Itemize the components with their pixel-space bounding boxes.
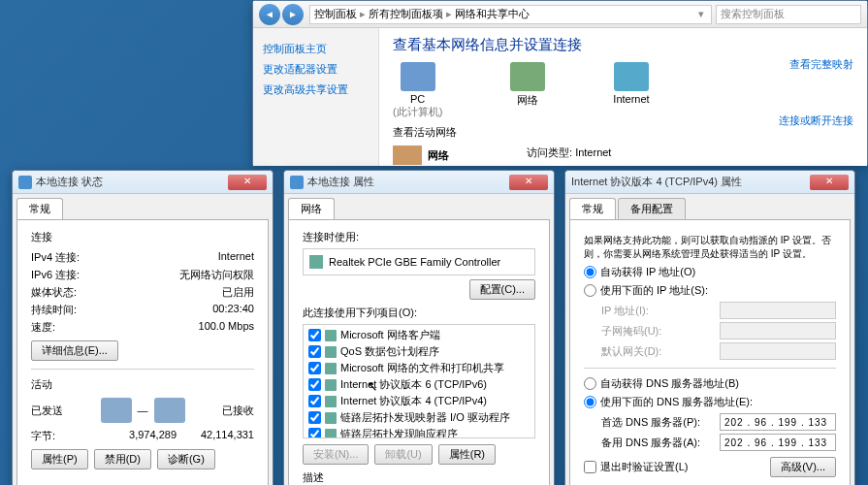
install-button[interactable]: 安装(N)... <box>303 444 369 465</box>
forward-button[interactable]: ► <box>282 4 304 25</box>
back-button[interactable]: ◄ <box>259 4 280 25</box>
page-title: 查看基本网络信息并设置连接 <box>393 36 853 54</box>
globe-icon <box>614 62 649 91</box>
close-button[interactable]: ✕ <box>509 175 548 190</box>
network-items-list[interactable]: Microsoft 网络客户端QoS 数据包计划程序Microsoft 网络的文… <box>303 324 535 438</box>
item-checkbox[interactable] <box>308 395 321 407</box>
connection-icon <box>18 176 32 189</box>
list-item[interactable]: QoS 数据包计划程序 <box>305 343 532 360</box>
list-item[interactable]: 链路层拓扑发现映射器 I/O 驱动程序 <box>305 409 532 426</box>
control-panel-sidebar: 控制面板主页 更改适配器设置 更改高级共享设置 <box>253 28 379 166</box>
net-node-pc: PC(此计算机) <box>393 62 442 119</box>
list-item[interactable]: Internet 协议版本 4 (TCP/IPv4) <box>305 393 532 409</box>
item-properties-button[interactable]: 属性(R) <box>438 444 496 465</box>
manual-dns-radio[interactable] <box>584 396 596 408</box>
alternate-dns-input[interactable]: 202 . 96 . 199 . 133 <box>720 434 836 451</box>
diagnose-button[interactable]: 诊断(G) <box>157 449 215 469</box>
control-panel-main: 查看基本网络信息并设置连接 查看完整映射 PC(此计算机) 网络 Interne… <box>379 28 867 166</box>
sidebar-adapter[interactable]: 更改适配器设置 <box>263 62 369 77</box>
tab-general[interactable]: 常规 <box>569 198 616 219</box>
component-icon <box>325 412 337 424</box>
component-icon <box>325 346 337 358</box>
gateway-input <box>720 342 836 360</box>
close-button[interactable]: ✕ <box>228 175 267 190</box>
item-checkbox[interactable] <box>308 362 321 374</box>
item-checkbox[interactable] <box>308 329 321 341</box>
connection-status-dialog: 本地连接 状态 ✕ 常规 连接 IPv4 连接:Internet IPv6 连接… <box>12 170 273 485</box>
control-panel-window: ◄ ► 控制面板▸ 所有控制面板项▸ 网络和共享中心 ▾ 搜索控制面板 控制面板… <box>252 0 868 165</box>
breadcrumb[interactable]: 控制面板▸ 所有控制面板项▸ 网络和共享中心 ▾ <box>309 5 712 24</box>
titlebar[interactable]: Internet 协议版本 4 (TCP/IPv4) 属性 ✕ <box>565 171 854 194</box>
item-checkbox[interactable] <box>308 378 321 391</box>
uninstall-button[interactable]: 卸载(U) <box>374 444 432 465</box>
description-label: 描述 <box>303 470 535 485</box>
details-button[interactable]: 详细信息(E)... <box>31 340 118 361</box>
tab-network[interactable]: 网络 <box>288 198 335 219</box>
breadcrumb-seg[interactable]: 控制面板 <box>314 7 357 21</box>
disable-button[interactable]: 禁用(D) <box>94 449 151 469</box>
item-checkbox[interactable] <box>308 345 321 358</box>
list-item[interactable]: Microsoft 网络客户端 <box>305 327 532 343</box>
component-icon <box>325 429 337 439</box>
breadcrumb-seg[interactable]: 网络和共享中心 <box>455 7 530 21</box>
connect-disconnect-link[interactable]: 连接或断开连接 <box>779 113 853 128</box>
item-checkbox[interactable] <box>308 411 321 424</box>
close-button[interactable]: ✕ <box>810 175 849 190</box>
dialog-title: 本地连接 状态 <box>36 175 228 189</box>
net-node-network: 网络 <box>510 62 545 119</box>
titlebar[interactable]: 本地连接 属性 ✕ <box>284 171 554 194</box>
connection-icon <box>290 176 304 189</box>
advanced-button[interactable]: 高级(V)... <box>770 457 836 477</box>
search-input[interactable]: 搜索控制面板 <box>716 5 861 24</box>
properties-button[interactable]: 属性(P) <box>31 449 88 469</box>
dialog-title: Internet 协议版本 4 (TCP/IPv4) 属性 <box>571 175 810 189</box>
component-icon <box>325 363 337 374</box>
pc-icon <box>401 62 435 91</box>
preferred-dns-input[interactable]: 202 . 96 . 199 . 133 <box>720 413 836 431</box>
tab-alternate[interactable]: 备用配置 <box>618 198 686 219</box>
pc-icon <box>101 398 132 423</box>
subnet-mask-input <box>720 322 836 340</box>
connection-properties-dialog: 本地连接 属性 ✕ 网络 连接时使用: Realtek PCIe GBE Fam… <box>283 170 555 485</box>
list-item[interactable]: Internet 协议版本 6 (TCP/IPv6) <box>305 376 532 393</box>
sidebar-advshare[interactable]: 更改高级共享设置 <box>263 82 369 97</box>
component-icon <box>325 379 337 391</box>
nic-field: Realtek PCIe GBE Family Controller <box>303 248 535 275</box>
net-node-internet: Internet <box>613 62 649 119</box>
component-icon <box>325 396 337 407</box>
component-icon <box>325 330 337 341</box>
ip-address-input <box>720 302 836 319</box>
pc-icon <box>154 398 185 423</box>
tab-general[interactable]: 常规 <box>16 198 63 219</box>
validate-on-exit-checkbox[interactable] <box>584 461 596 473</box>
item-checkbox[interactable] <box>308 428 321 438</box>
activity-group: 活动 <box>31 377 254 392</box>
configure-button[interactable]: 配置(C)... <box>469 279 535 300</box>
connection-group: 连接 <box>31 230 254 244</box>
titlebar[interactable]: 本地连接 状态 ✕ <box>13 171 273 194</box>
auto-ip-radio[interactable] <box>584 266 596 278</box>
nic-icon <box>309 255 323 269</box>
breadcrumb-seg[interactable]: 所有控制面板项 <box>369 7 443 21</box>
auto-dns-radio[interactable] <box>584 377 596 390</box>
ipv4-properties-dialog: Internet 协议版本 4 (TCP/IPv4) 属性 ✕ 常规 备用配置 … <box>564 170 855 485</box>
explorer-header: ◄ ► 控制面板▸ 所有控制面板项▸ 网络和共享中心 ▾ 搜索控制面板 <box>253 1 867 28</box>
sidebar-home[interactable]: 控制面板主页 <box>263 42 369 56</box>
network-icon <box>510 62 545 91</box>
list-item[interactable]: Microsoft 网络的文件和打印机共享 <box>305 360 532 376</box>
dialog-title: 本地连接 属性 <box>307 175 509 189</box>
list-item[interactable]: 链路层拓扑发现响应程序 <box>305 426 532 438</box>
intro-text: 如果网络支持此功能，则可以获取自动指派的 IP 设置。否则，你需要从网络系统管理… <box>584 234 836 261</box>
network-bench-icon <box>393 146 422 165</box>
view-full-map-link[interactable]: 查看完整映射 <box>789 57 853 72</box>
manual-ip-radio[interactable] <box>584 284 596 297</box>
